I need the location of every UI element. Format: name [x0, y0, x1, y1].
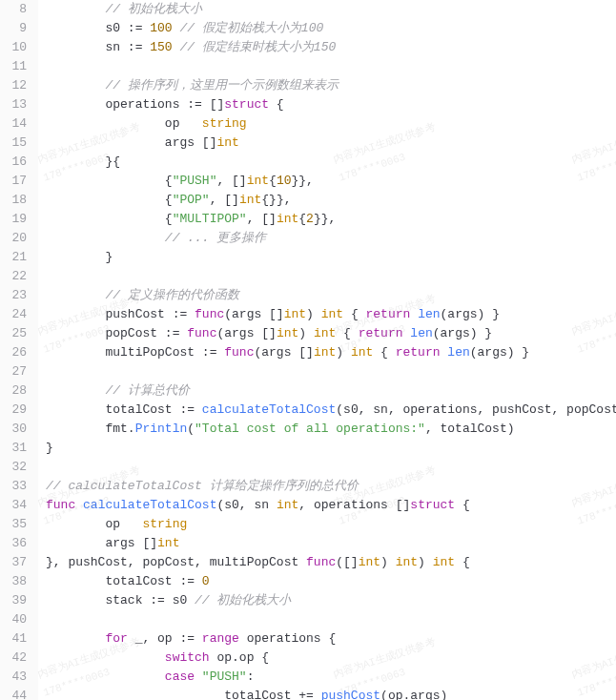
line-number: 12	[0, 76, 27, 95]
line-number-gutter: 8910111213141516171819202122232425262728…	[0, 0, 38, 700]
line-number: 20	[0, 229, 27, 248]
code-line[interactable]: pushCost := func(args []int) int { retur…	[38, 305, 616, 324]
code-line[interactable]: popCost := func(args []int) int { return…	[38, 324, 616, 343]
code-line[interactable]: operations := []struct {	[38, 95, 616, 114]
line-number: 33	[0, 477, 27, 496]
code-line[interactable]	[38, 458, 616, 477]
line-number: 38	[0, 572, 27, 591]
code-line[interactable]: {"POP", []int{}},	[38, 191, 616, 210]
line-number: 8	[0, 0, 27, 19]
line-number: 19	[0, 210, 27, 229]
line-number: 42	[0, 649, 27, 668]
line-number: 21	[0, 248, 27, 267]
code-line[interactable]: args []int	[38, 534, 616, 553]
code-line[interactable]: }	[38, 439, 616, 458]
code-line[interactable]: op string	[38, 114, 616, 134]
code-editor[interactable]: 8910111213141516171819202122232425262728…	[0, 0, 616, 700]
line-number: 32	[0, 458, 27, 477]
code-line[interactable]	[38, 362, 616, 381]
line-number: 34	[0, 496, 27, 515]
code-line[interactable]: totalCost := calculateTotalCost(s0, sn, …	[38, 401, 616, 420]
line-number: 25	[0, 324, 27, 343]
line-number: 24	[0, 305, 27, 324]
line-number: 14	[0, 114, 27, 134]
line-number: 30	[0, 420, 27, 439]
code-line[interactable]: {"PUSH", []int{10}},	[38, 172, 616, 191]
code-line[interactable]: func calculateTotalCost(s0, sn int, oper…	[38, 496, 616, 515]
code-line[interactable]: }{	[38, 153, 616, 172]
line-number: 40	[0, 610, 27, 629]
line-number: 39	[0, 591, 27, 610]
line-number: 23	[0, 286, 27, 305]
line-number: 41	[0, 629, 27, 649]
code-line[interactable]: for _, op := range operations {	[38, 629, 616, 649]
code-line[interactable]: }, pushCost, popCost, multiPopCost func(…	[38, 553, 616, 572]
code-line[interactable]: // calculateTotalCost 计算给定操作序列的总代价	[38, 477, 616, 496]
line-number: 18	[0, 191, 27, 210]
code-line[interactable]: }	[38, 248, 616, 267]
code-line[interactable]: s0 := 100 // 假定初始栈大小为100	[38, 19, 616, 38]
line-number: 17	[0, 172, 27, 191]
code-line[interactable]: multiPopCost := func(args []int) int { r…	[38, 343, 616, 362]
line-number: 28	[0, 381, 27, 401]
code-line[interactable]	[38, 267, 616, 286]
code-line[interactable]: // 操作序列，这里用一个示例数组来表示	[38, 76, 616, 95]
line-number: 10	[0, 38, 27, 57]
code-line[interactable]: // 初始化栈大小	[38, 0, 616, 19]
line-number: 11	[0, 57, 27, 76]
code-line[interactable]: stack := s0 // 初始化栈大小	[38, 591, 616, 610]
code-line[interactable]: // 定义操作的代价函数	[38, 286, 616, 305]
line-number: 37	[0, 553, 27, 572]
code-line[interactable]	[38, 57, 616, 76]
line-number: 29	[0, 401, 27, 420]
code-content[interactable]: // 初始化栈大小 s0 := 100 // 假定初始栈大小为100 sn :=…	[38, 0, 616, 700]
code-line[interactable]: op string	[38, 515, 616, 534]
line-number: 16	[0, 153, 27, 172]
code-line[interactable]: {"MULTIPOP", []int{2}},	[38, 210, 616, 229]
line-number: 13	[0, 95, 27, 114]
line-number: 43	[0, 668, 27, 687]
code-line[interactable]: // ... 更多操作	[38, 229, 616, 248]
code-line[interactable]: sn := 150 // 假定结束时栈大小为150	[38, 38, 616, 57]
line-number: 35	[0, 515, 27, 534]
line-number: 36	[0, 534, 27, 553]
line-number: 22	[0, 267, 27, 286]
code-line[interactable]: // 计算总代价	[38, 381, 616, 401]
line-number: 27	[0, 362, 27, 381]
code-line[interactable]: totalCost += pushCost(op.args)	[38, 687, 616, 700]
line-number: 31	[0, 439, 27, 458]
line-number: 9	[0, 19, 27, 38]
code-line[interactable]: case "PUSH":	[38, 668, 616, 687]
code-line[interactable]: totalCost := 0	[38, 572, 616, 591]
code-line[interactable]	[38, 610, 616, 629]
code-line[interactable]: switch op.op {	[38, 649, 616, 668]
code-line[interactable]: fmt.Println("Total cost of all operation…	[38, 420, 616, 439]
line-number: 15	[0, 134, 27, 153]
line-number: 44	[0, 687, 27, 700]
line-number: 26	[0, 343, 27, 362]
code-line[interactable]: args []int	[38, 134, 616, 153]
